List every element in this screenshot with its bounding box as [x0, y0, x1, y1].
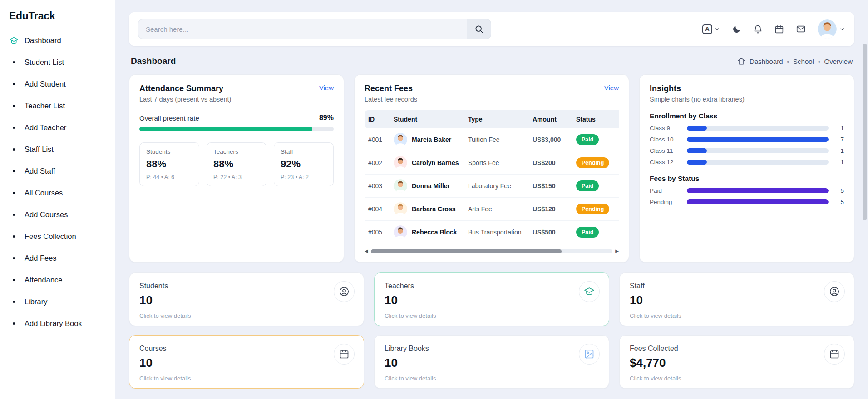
sidebar-item-fees-collection[interactable]: Fees Collection: [0, 225, 115, 247]
bullet-icon: [13, 105, 15, 107]
sidebar-item-label: Add Staff: [25, 167, 55, 175]
column-header-type: Type: [464, 110, 529, 128]
sidebar-item-add-student[interactable]: Add Student: [0, 73, 115, 95]
card-subtitle: Last 7 days (present vs absent): [139, 96, 334, 103]
table-row[interactable]: #004 Barbara Cross Arts Fee US$120 Pendi…: [365, 198, 619, 221]
library-books-summary-card[interactable]: Library Books 10 Click to view details: [374, 335, 609, 389]
search-icon: [474, 24, 483, 34]
sidebar-item-add-staff[interactable]: Add Staff: [0, 160, 115, 182]
sidebar-item-dashboard[interactable]: Dashboard: [0, 29, 115, 51]
enrollment-chart-title: Enrollment by Class: [650, 112, 844, 120]
fee-id: #005: [365, 221, 390, 244]
bar-fill: [687, 160, 707, 165]
sidebar-item-staff-list[interactable]: Staff List: [0, 138, 115, 160]
fees-table: ID Student Type Amount Status #001 Marci…: [365, 110, 619, 243]
bullet-icon: [13, 61, 15, 63]
scrollbar-thumb[interactable]: [371, 249, 562, 253]
summary-value: 10: [630, 293, 844, 307]
sidebar-item-attendance[interactable]: Attendance: [0, 269, 115, 291]
calendar-icon: [334, 344, 355, 365]
breadcrumb-item[interactable]: Dashboard: [750, 58, 783, 65]
breadcrumb-item[interactable]: Overview: [818, 58, 853, 65]
table-row[interactable]: #001 Marcia Baker Tuition Fee US$3,000 P…: [365, 128, 619, 151]
student-cell: Rebecca Block: [394, 225, 461, 239]
bullet-icon: [13, 279, 15, 281]
dark-mode-toggle[interactable]: [732, 24, 741, 34]
status-badge: Paid: [576, 134, 599, 145]
staff-summary-card[interactable]: Staff 10 Click to view details: [619, 272, 854, 326]
user-icon: [824, 281, 845, 302]
search-input[interactable]: [138, 19, 467, 39]
bar-track: [687, 148, 829, 153]
status-badge: Paid: [576, 227, 599, 238]
table-header-row: ID Student Type Amount Status: [365, 110, 619, 128]
card-title: Insights: [650, 84, 844, 93]
scrollbar-track[interactable]: [371, 249, 613, 253]
topbar-actions: A: [702, 19, 845, 39]
recent-fees-card: Recent Fees View Latest fee records ID S…: [354, 74, 629, 263]
summary-label: Courses: [139, 345, 354, 353]
user-menu[interactable]: [818, 19, 845, 39]
status-badge: Pending: [576, 204, 609, 214]
sidebar-item-student-list[interactable]: Student List: [0, 51, 115, 73]
summary-hint: Click to view details: [630, 375, 844, 382]
summary-label: Library Books: [385, 345, 599, 353]
group-value: 88%: [146, 158, 192, 170]
attendance-group-staff: Staff 92% P: 23 • A: 2: [274, 142, 334, 186]
messages-button[interactable]: [796, 24, 806, 34]
table-row[interactable]: #005 Rebecca Block Bus Transportation US…: [365, 221, 619, 244]
courses-summary-card[interactable]: Courses 10 Click to view details: [129, 335, 364, 389]
language-select-button[interactable]: A: [702, 24, 720, 34]
bullet-icon: [13, 83, 15, 85]
attendance-view-link[interactable]: View: [319, 84, 334, 92]
students-summary-card[interactable]: Students 10 Click to view details: [129, 272, 364, 326]
summary-value: 10: [139, 293, 354, 307]
teachers-summary-card[interactable]: Teachers 10 Click to view details: [374, 272, 609, 326]
table-row[interactable]: #002 Carolyn Barnes Sports Fee US$200 Pe…: [365, 151, 619, 175]
sidebar-item-label: Student List: [25, 58, 64, 67]
sidebar-item-label: Attendance: [25, 276, 62, 284]
avatar: [394, 202, 407, 216]
fees-collected-summary-card[interactable]: Fees Collected $4,770 Click to view deta…: [619, 335, 854, 389]
summary-value: 10: [139, 356, 354, 370]
card-header: Attendance Summary View: [139, 84, 334, 93]
sidebar-item-add-fees[interactable]: Add Fees: [0, 247, 115, 269]
bullet-icon: [13, 235, 15, 238]
scroll-right-arrow-icon[interactable]: ▶: [615, 249, 619, 253]
bar-track: [687, 126, 829, 131]
breadcrumb-item[interactable]: School: [787, 58, 814, 65]
main-content: A Dashboard: [115, 0, 868, 399]
attendance-group-teachers: Teachers 88% P: 22 • A: 3: [207, 142, 266, 186]
bar-row: Class 10 7: [650, 136, 844, 143]
notifications-button[interactable]: [753, 24, 763, 34]
page-title: Dashboard: [131, 56, 176, 66]
sidebar-item-library[interactable]: Library: [0, 291, 115, 312]
bar-row: Pending 5: [650, 199, 844, 205]
bar-value: 1: [833, 159, 844, 165]
sidebar-item-label: Add Fees: [25, 254, 57, 263]
summary-cards-row-1: Students 10 Click to view details Teache…: [129, 272, 854, 326]
sidebar-item-add-teacher[interactable]: Add Teacher: [0, 117, 115, 138]
search-button[interactable]: [467, 19, 491, 39]
scroll-left-arrow-icon[interactable]: ◀: [365, 249, 368, 253]
calendar-button[interactable]: [774, 24, 784, 34]
summary-label: Teachers: [385, 282, 599, 290]
sidebar-item-teacher-list[interactable]: Teacher List: [0, 95, 115, 117]
sidebar-item-all-courses[interactable]: All Courses: [0, 182, 115, 204]
sidebar-item-add-library-book[interactable]: Add Library Book: [0, 312, 115, 334]
group-detail: P: 44 • A: 6: [146, 174, 192, 180]
moon-icon: [732, 24, 741, 34]
page-scrollbar-thumb[interactable]: [863, 44, 867, 220]
group-detail: P: 22 • A: 3: [213, 174, 260, 180]
group-detail: P: 23 • A: 2: [281, 174, 327, 180]
sidebar-item-label: Fees Collection: [25, 232, 76, 241]
recent-fees-view-link[interactable]: View: [604, 84, 619, 92]
table-row[interactable]: #003 Donna Miller Laboratory Fee US$150 …: [365, 175, 619, 198]
sidebar-item-add-courses[interactable]: Add Courses: [0, 204, 115, 225]
fee-id: #002: [365, 151, 390, 175]
avatar: [394, 156, 407, 170]
avatar: [818, 19, 837, 39]
fee-type: Tuition Fee: [464, 128, 529, 151]
column-header-status: Status: [572, 110, 619, 128]
overall-progress-fill: [139, 127, 312, 131]
